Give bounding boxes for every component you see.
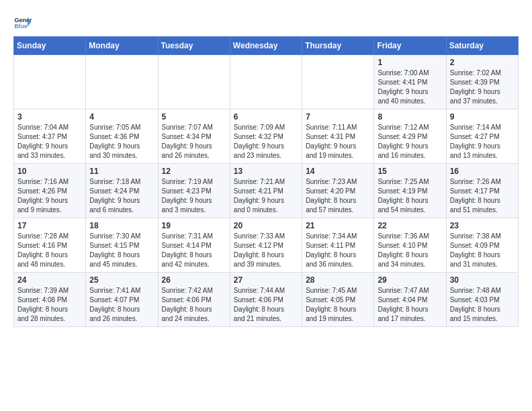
day-detail: Sunrise: 7:41 AM Sunset: 4:07 PM Dayligh…	[89, 286, 154, 324]
day-detail: Sunrise: 7:42 AM Sunset: 4:06 PM Dayligh…	[162, 286, 226, 324]
day-detail: Sunrise: 7:33 AM Sunset: 4:12 PM Dayligh…	[234, 232, 298, 269]
day-number: 20	[234, 221, 298, 230]
day-number: 2	[450, 58, 515, 67]
day-number: 7	[306, 112, 370, 122]
day-number: 8	[378, 112, 442, 122]
day-cell: 11Sunrise: 7:18 AM Sunset: 4:24 PM Dayli…	[86, 164, 158, 218]
day-cell: 6Sunrise: 7:09 AM Sunset: 4:32 PM Daylig…	[230, 109, 302, 164]
day-number: 11	[89, 167, 154, 176]
day-detail: Sunrise: 7:18 AM Sunset: 4:24 PM Dayligh…	[89, 177, 154, 215]
day-cell: 26Sunrise: 7:42 AM Sunset: 4:06 PM Dayli…	[158, 273, 230, 327]
week-row-1: 3Sunrise: 7:04 AM Sunset: 4:37 PM Daylig…	[14, 109, 519, 164]
header-wednesday: Wednesday	[230, 37, 302, 55]
day-detail: Sunrise: 7:36 AM Sunset: 4:10 PM Dayligh…	[378, 232, 442, 269]
day-detail: Sunrise: 7:48 AM Sunset: 4:03 PM Dayligh…	[450, 286, 515, 324]
day-detail: Sunrise: 7:38 AM Sunset: 4:09 PM Dayligh…	[450, 232, 515, 269]
day-cell: 27Sunrise: 7:44 AM Sunset: 4:06 PM Dayli…	[230, 273, 302, 327]
day-cell	[302, 55, 374, 109]
day-cell: 17Sunrise: 7:28 AM Sunset: 4:16 PM Dayli…	[14, 218, 86, 273]
week-row-2: 10Sunrise: 7:16 AM Sunset: 4:26 PM Dayli…	[14, 164, 519, 218]
day-number: 12	[162, 167, 226, 176]
header-thursday: Thursday	[302, 37, 374, 55]
day-cell: 5Sunrise: 7:07 AM Sunset: 4:34 PM Daylig…	[158, 109, 230, 164]
day-number: 18	[89, 221, 154, 230]
day-cell	[230, 55, 302, 109]
day-detail: Sunrise: 7:19 AM Sunset: 4:23 PM Dayligh…	[162, 177, 226, 215]
day-cell: 24Sunrise: 7:39 AM Sunset: 4:08 PM Dayli…	[14, 273, 86, 327]
header-monday: Monday	[86, 37, 158, 55]
page: General Blue SundayMondayTuesdayWednesda…	[0, 0, 532, 334]
day-detail: Sunrise: 7:23 AM Sunset: 4:20 PM Dayligh…	[306, 177, 370, 215]
day-detail: Sunrise: 7:28 AM Sunset: 4:16 PM Dayligh…	[17, 232, 82, 269]
day-cell: 13Sunrise: 7:21 AM Sunset: 4:21 PM Dayli…	[230, 164, 302, 218]
day-number: 28	[306, 275, 370, 285]
day-detail: Sunrise: 7:07 AM Sunset: 4:34 PM Dayligh…	[162, 123, 226, 161]
day-detail: Sunrise: 7:21 AM Sunset: 4:21 PM Dayligh…	[234, 177, 298, 215]
day-cell: 28Sunrise: 7:45 AM Sunset: 4:05 PM Dayli…	[302, 273, 374, 327]
day-number: 3	[17, 112, 82, 122]
day-cell: 8Sunrise: 7:12 AM Sunset: 4:29 PM Daylig…	[374, 109, 446, 164]
header: General Blue	[13, 13, 519, 32]
day-number: 19	[162, 221, 226, 230]
day-cell	[158, 55, 230, 109]
day-cell: 23Sunrise: 7:38 AM Sunset: 4:09 PM Dayli…	[446, 218, 518, 273]
day-cell: 1Sunrise: 7:00 AM Sunset: 4:41 PM Daylig…	[374, 55, 446, 109]
header-sunday: Sunday	[14, 37, 86, 55]
day-number: 27	[234, 275, 298, 285]
day-number: 14	[306, 167, 370, 176]
day-number: 29	[378, 275, 442, 285]
day-cell: 14Sunrise: 7:23 AM Sunset: 4:20 PM Dayli…	[302, 164, 374, 218]
day-cell: 25Sunrise: 7:41 AM Sunset: 4:07 PM Dayli…	[86, 273, 158, 327]
day-number: 24	[17, 275, 82, 285]
logo: General Blue	[13, 13, 32, 32]
day-number: 9	[450, 112, 515, 122]
day-cell: 7Sunrise: 7:11 AM Sunset: 4:31 PM Daylig…	[302, 109, 374, 164]
day-detail: Sunrise: 7:14 AM Sunset: 4:27 PM Dayligh…	[450, 123, 515, 161]
day-number: 15	[378, 167, 442, 176]
week-row-0: 1Sunrise: 7:00 AM Sunset: 4:41 PM Daylig…	[14, 55, 519, 109]
day-cell: 15Sunrise: 7:25 AM Sunset: 4:19 PM Dayli…	[374, 164, 446, 218]
day-detail: Sunrise: 7:47 AM Sunset: 4:04 PM Dayligh…	[378, 286, 442, 324]
day-number: 26	[162, 275, 226, 285]
day-cell: 10Sunrise: 7:16 AM Sunset: 4:26 PM Dayli…	[14, 164, 86, 218]
day-number: 13	[234, 167, 298, 176]
day-detail: Sunrise: 7:00 AM Sunset: 4:41 PM Dayligh…	[378, 68, 442, 106]
day-cell: 3Sunrise: 7:04 AM Sunset: 4:37 PM Daylig…	[14, 109, 86, 164]
day-cell: 2Sunrise: 7:02 AM Sunset: 4:39 PM Daylig…	[446, 55, 518, 109]
day-number: 21	[306, 221, 370, 230]
day-cell: 19Sunrise: 7:31 AM Sunset: 4:14 PM Dayli…	[158, 218, 230, 273]
day-number: 5	[162, 112, 226, 122]
day-detail: Sunrise: 7:34 AM Sunset: 4:11 PM Dayligh…	[306, 232, 370, 269]
day-number: 10	[17, 167, 82, 176]
day-detail: Sunrise: 7:04 AM Sunset: 4:37 PM Dayligh…	[17, 123, 82, 161]
day-detail: Sunrise: 7:39 AM Sunset: 4:08 PM Dayligh…	[17, 286, 82, 324]
day-number: 25	[89, 275, 154, 285]
header-saturday: Saturday	[446, 37, 518, 55]
day-detail: Sunrise: 7:11 AM Sunset: 4:31 PM Dayligh…	[306, 123, 370, 161]
day-cell: 12Sunrise: 7:19 AM Sunset: 4:23 PM Dayli…	[158, 164, 230, 218]
day-cell	[86, 55, 158, 109]
header-tuesday: Tuesday	[158, 37, 230, 55]
day-detail: Sunrise: 7:45 AM Sunset: 4:05 PM Dayligh…	[306, 286, 370, 324]
day-detail: Sunrise: 7:09 AM Sunset: 4:32 PM Dayligh…	[234, 123, 298, 161]
day-cell: 30Sunrise: 7:48 AM Sunset: 4:03 PM Dayli…	[446, 273, 518, 327]
logo-icon: General Blue	[13, 13, 32, 32]
day-cell: 20Sunrise: 7:33 AM Sunset: 4:12 PM Dayli…	[230, 218, 302, 273]
day-detail: Sunrise: 7:02 AM Sunset: 4:39 PM Dayligh…	[450, 68, 515, 106]
day-detail: Sunrise: 7:05 AM Sunset: 4:36 PM Dayligh…	[89, 123, 154, 161]
svg-text:Blue: Blue	[14, 23, 28, 30]
calendar-header-row: SundayMondayTuesdayWednesdayThursdayFrid…	[14, 37, 519, 55]
calendar-table: SundayMondayTuesdayWednesdayThursdayFrid…	[13, 36, 519, 327]
day-number: 16	[450, 167, 515, 176]
day-cell: 4Sunrise: 7:05 AM Sunset: 4:36 PM Daylig…	[86, 109, 158, 164]
day-cell: 18Sunrise: 7:30 AM Sunset: 4:15 PM Dayli…	[86, 218, 158, 273]
day-detail: Sunrise: 7:31 AM Sunset: 4:14 PM Dayligh…	[162, 232, 226, 269]
day-detail: Sunrise: 7:44 AM Sunset: 4:06 PM Dayligh…	[234, 286, 298, 324]
day-number: 6	[234, 112, 298, 122]
day-detail: Sunrise: 7:16 AM Sunset: 4:26 PM Dayligh…	[17, 177, 82, 215]
day-cell: 16Sunrise: 7:26 AM Sunset: 4:17 PM Dayli…	[446, 164, 518, 218]
day-detail: Sunrise: 7:12 AM Sunset: 4:29 PM Dayligh…	[378, 123, 442, 161]
day-number: 1	[378, 58, 442, 67]
day-number: 23	[450, 221, 515, 230]
week-row-3: 17Sunrise: 7:28 AM Sunset: 4:16 PM Dayli…	[14, 218, 519, 273]
